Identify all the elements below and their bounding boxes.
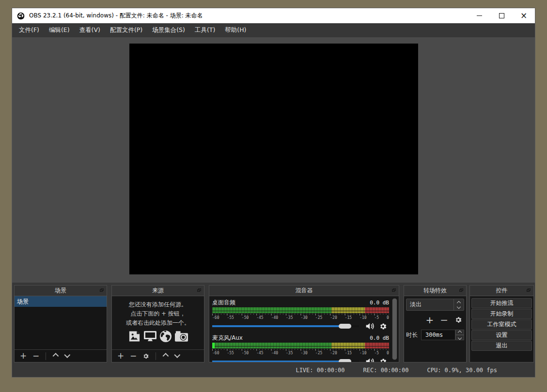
chevron-up-icon	[52, 353, 59, 359]
gear-icon	[454, 316, 462, 324]
scene-list-item[interactable]: 场景	[15, 296, 107, 307]
volume-slider[interactable]	[212, 322, 359, 331]
float-panel-icon[interactable]	[459, 288, 464, 292]
scenes-list[interactable]: 场景	[15, 296, 107, 349]
scenes-panel-title: 场景	[55, 286, 66, 295]
duration-increase-button[interactable]	[455, 330, 464, 335]
mixer-panel-header[interactable]: 混音器	[209, 286, 399, 296]
volume-slider[interactable]	[212, 357, 359, 362]
start-streaming-button[interactable]: 开始推流	[471, 298, 532, 308]
duration-label: 时长	[406, 331, 418, 339]
volume-meter: -60-55-50-45-40-35-30-25-20-15-10-50	[212, 343, 389, 356]
float-panel-icon[interactable]	[100, 288, 104, 292]
transitions-body: 淡出 + − 时长 300ms	[404, 296, 466, 362]
float-panel-icon[interactable]	[527, 288, 531, 292]
move-scene-down-button[interactable]	[63, 350, 72, 362]
transition-selected-value: 淡出	[406, 301, 453, 309]
remove-source-button[interactable]: −	[128, 350, 138, 362]
menu-help[interactable]: 帮助(H)	[220, 24, 251, 37]
menu-view[interactable]: 查看(V)	[75, 24, 105, 37]
sources-empty-line1: 您还没有添加任何源。	[112, 300, 204, 309]
sources-empty-line3: 或者右击此处添加一个。	[112, 318, 204, 328]
move-scene-up-button[interactable]	[50, 350, 60, 362]
scrollbar-thumb[interactable]	[392, 298, 397, 360]
float-panel-icon[interactable]	[392, 288, 396, 292]
image-icon	[128, 330, 141, 343]
mixer-panel-title: 混音器	[296, 286, 313, 295]
start-recording-button[interactable]: 开始录制	[471, 309, 532, 319]
minimize-icon	[477, 15, 482, 16]
menu-tools[interactable]: 工具(T)	[190, 24, 220, 37]
volume-slider-handle[interactable]	[339, 324, 351, 329]
remove-scene-button[interactable]: −	[31, 350, 41, 362]
preview-area[interactable]	[12, 37, 535, 283]
move-source-down-button[interactable]	[172, 350, 182, 362]
exit-button[interactable]: 退出	[471, 341, 532, 351]
camera-icon	[174, 330, 188, 343]
sources-empty-area[interactable]: 您还没有添加任何源。 点击下面的 + 按钮， 或者右击此处添加一个。	[112, 296, 204, 349]
sources-panel-header[interactable]: 来源	[112, 286, 204, 296]
transition-select[interactable]: 淡出	[406, 299, 464, 311]
move-source-up-button[interactable]	[160, 350, 170, 362]
mixer-channel-mic-aux: 麦克风/Aux 0.0 dB -60-55-50-45-40-35-30-25-…	[212, 334, 389, 362]
gear-icon	[379, 358, 387, 362]
menu-scene-collection[interactable]: 场景集合(S)	[147, 24, 190, 37]
rec-time: REC: 00:00:00	[363, 367, 409, 374]
chevron-down-icon	[64, 352, 70, 358]
settings-button[interactable]: 设置	[471, 330, 532, 340]
channel-settings-button[interactable]	[376, 322, 389, 331]
close-button[interactable]: ×	[513, 8, 535, 23]
maximize-button[interactable]	[490, 8, 513, 23]
mute-button[interactable]	[364, 322, 376, 331]
channel-level-db: 0.0 dB	[370, 335, 389, 341]
remove-transition-button[interactable]: −	[440, 315, 448, 325]
transitions-panel: 转场特效 淡出 + −	[404, 285, 467, 362]
speaker-icon	[365, 322, 375, 330]
controls-panel-header[interactable]: 控件	[470, 286, 533, 296]
sources-panel: 来源 您还没有添加任何源。 点击下面的 + 按钮， 或者右击此处添加一个。	[111, 285, 204, 362]
mute-button[interactable]	[364, 357, 376, 362]
float-panel-icon[interactable]	[197, 288, 202, 292]
volume-meter: -60-55-50-45-40-35-30-25-20-15-10-50	[212, 307, 389, 320]
sources-panel-title: 来源	[152, 286, 164, 295]
add-scene-button[interactable]: +	[18, 350, 28, 362]
title-bar: OBS 23.2.1 (64-bit, windows) - 配置文件: 未命名…	[12, 8, 535, 23]
transitions-panel-title: 转场特效	[423, 286, 447, 295]
source-properties-button[interactable]	[141, 350, 151, 362]
transitions-panel-header[interactable]: 转场特效	[404, 286, 466, 296]
channel-name: 桌面音频	[212, 299, 235, 307]
controls-panel: 控件 开始推流 开始录制 工作室模式 设置 退出	[469, 285, 534, 362]
mixer-scrollbar[interactable]	[392, 298, 397, 360]
combo-spinner[interactable]	[453, 299, 464, 310]
channel-name: 麦克风/Aux	[212, 334, 243, 342]
display-icon	[143, 330, 157, 343]
add-transition-button[interactable]: +	[425, 315, 434, 325]
globe-icon	[159, 330, 172, 343]
scenes-toolbar: + −	[15, 349, 107, 362]
channel-settings-button[interactable]	[376, 357, 389, 362]
duration-decrease-button[interactable]	[455, 335, 464, 340]
add-source-button[interactable]: +	[116, 350, 125, 362]
transition-properties-button[interactable]	[454, 316, 462, 324]
meter-tick-labels: -60-55-50-45-40-35-30-25-20-15-10-50	[212, 351, 389, 356]
meter-tick-labels: -60-55-50-45-40-35-30-25-20-15-10-50	[212, 316, 389, 320]
maximize-icon	[499, 13, 504, 18]
menu-edit[interactable]: 编辑(E)	[44, 24, 75, 37]
gear-icon	[142, 353, 149, 360]
chevron-up-icon	[162, 353, 169, 359]
close-icon: ×	[520, 12, 527, 20]
mixer-channel-desktop-audio: 桌面音频 0.0 dB -60-55-50-45-40-35-30-25-20-…	[212, 299, 389, 331]
window-title: OBS 23.2.1 (64-bit, windows) - 配置文件: 未命名…	[29, 12, 203, 20]
chevron-up-icon	[457, 301, 461, 304]
studio-mode-button[interactable]: 工作室模式	[471, 319, 532, 330]
gear-icon	[379, 322, 387, 331]
menu-file[interactable]: 文件(F)	[14, 24, 44, 37]
meter-live-level	[212, 343, 215, 348]
program-canvas[interactable]	[129, 44, 418, 274]
menu-profile[interactable]: 配置文件(P)	[105, 24, 147, 37]
volume-slider-handle[interactable]	[339, 359, 351, 362]
sources-empty-line2: 点击下面的 + 按钮，	[112, 309, 204, 318]
scenes-panel-header[interactable]: 场景	[15, 286, 107, 296]
minimize-button[interactable]	[468, 8, 490, 23]
duration-input[interactable]: 300ms	[421, 330, 455, 340]
